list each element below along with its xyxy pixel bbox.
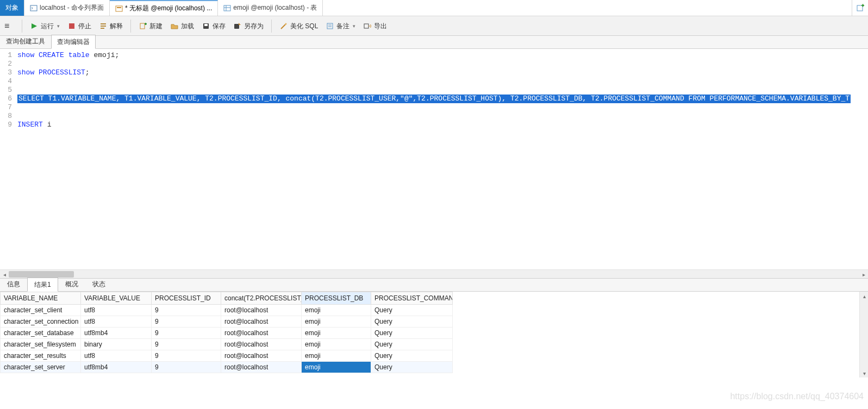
new-button[interactable]: 新建 (135, 20, 166, 33)
beautify-label: 美化 SQL (290, 22, 318, 31)
code-line[interactable]: show CREATE table emoji; (17, 51, 868, 60)
table-cell[interactable]: character_set_server (1, 362, 81, 373)
table-cell[interactable]: emoji (302, 328, 371, 339)
table-cell[interactable]: emoji (302, 339, 371, 350)
export-button[interactable]: 导出 (360, 20, 390, 33)
table-row[interactable]: character_set_connectionutf89root@localh… (1, 316, 453, 328)
menu-button[interactable]: ≡ (2, 21, 17, 31)
table-row[interactable]: character_set_databaseutf8mb49root@local… (1, 328, 453, 339)
code-line[interactable]: SELECT T1.VARIABLE_NAME, T1.VARIABLE_VAL… (17, 95, 868, 103)
column-header[interactable]: PROCESSLIST_DB (302, 292, 371, 305)
beautify-button[interactable]: 美化 SQL (276, 20, 321, 33)
table-cell[interactable]: character_set_client (1, 305, 81, 316)
save-as-button[interactable]: 另存为 (230, 20, 267, 33)
result-tab-status[interactable]: 状态 (85, 277, 113, 291)
code-line[interactable] (17, 103, 868, 112)
table-cell[interactable]: utf8mb4 (81, 362, 152, 373)
column-header[interactable]: PROCESSLIST_COMMAND (371, 292, 453, 305)
scroll-right-arrow-icon[interactable]: ▸ (859, 270, 868, 279)
result-table[interactable]: VARIABLE_NAMEVARIABLE_VALUEPROCESSLIST_I… (0, 292, 453, 373)
table-cell[interactable]: binary (81, 339, 152, 350)
code-line[interactable]: show PROCESSLIST; (17, 68, 868, 77)
code-line[interactable] (17, 86, 868, 95)
notes-button[interactable]: 备注 ▾ (322, 20, 359, 33)
query-icon (115, 5, 123, 12)
column-header[interactable]: VARIABLE_NAME (1, 292, 81, 305)
table-cell[interactable]: emoji (302, 305, 371, 316)
column-header[interactable]: concat(T2.PROCESSLIST_U (221, 292, 302, 305)
tabstrip-spacer (323, 0, 852, 16)
column-header[interactable]: PROCESSLIST_ID (152, 292, 221, 305)
table-cell[interactable]: Query (371, 316, 453, 328)
table-cell[interactable]: character_set_connection (1, 316, 81, 328)
window-tab-strip: 对象 localhost - 命令列界面 * 无标题 @emoji (local… (0, 0, 868, 16)
table-cell[interactable]: emoji (302, 316, 371, 328)
editor-horizontal-scrollbar[interactable]: ◂ ▸ (0, 269, 868, 278)
table-cell[interactable]: character_set_filesystem (1, 339, 81, 350)
table-cell[interactable]: 9 (152, 328, 221, 339)
folder-open-icon (170, 22, 179, 30)
result-tab-result1[interactable]: 结果1 (27, 278, 58, 292)
load-label: 加载 (181, 22, 194, 31)
table-cell[interactable]: root@localhost (221, 339, 302, 350)
stop-button[interactable]: 停止 (64, 20, 95, 33)
result-tab-profile[interactable]: 概况 (58, 277, 85, 291)
table-cell[interactable]: 9 (152, 305, 221, 316)
result-grid[interactable]: VARIABLE_NAMEVARIABLE_VALUEPROCESSLIST_I… (0, 291, 859, 377)
save-button[interactable]: 保存 (198, 20, 229, 33)
table-row[interactable]: character_set_serverutf8mb49root@localho… (1, 362, 453, 373)
tabstrip-add-icon[interactable] (852, 0, 868, 16)
scroll-down-arrow-icon[interactable]: ▾ (860, 369, 868, 377)
run-button[interactable]: 运行 ▾ (27, 20, 63, 33)
scroll-up-arrow-icon[interactable]: ▴ (860, 292, 868, 300)
code-line[interactable] (17, 77, 868, 86)
scroll-left-arrow-icon[interactable]: ◂ (0, 270, 9, 279)
table-cell[interactable]: Query (371, 328, 453, 339)
table-cell[interactable]: Query (371, 362, 453, 373)
explain-button[interactable]: 解释 (96, 20, 126, 33)
result-tab-info[interactable]: 信息 (0, 277, 27, 291)
table-row[interactable]: character_set_filesystembinary9root@loca… (1, 339, 453, 350)
code-line[interactable]: INSERT i (17, 121, 868, 129)
load-button[interactable]: 加载 (167, 20, 197, 33)
table-cell[interactable]: utf8 (81, 305, 152, 316)
scroll-thumb[interactable] (9, 271, 74, 278)
save-as-icon (233, 22, 242, 30)
table-cell[interactable]: 9 (152, 362, 221, 373)
table-cell[interactable]: 9 (152, 350, 221, 362)
table-row[interactable]: character_set_clientutf89root@localhoste… (1, 305, 453, 316)
subtab-query-builder[interactable]: 查询创建工具 (0, 34, 51, 48)
table-cell[interactable]: root@localhost (221, 350, 302, 362)
column-header[interactable]: VARIABLE_VALUE (81, 292, 152, 305)
table-cell[interactable]: character_set_results (1, 350, 81, 362)
table-cell[interactable]: 9 (152, 339, 221, 350)
table-row[interactable]: character_set_resultsutf89root@localhost… (1, 350, 453, 362)
subtab-query-editor[interactable]: 查询编辑器 (51, 35, 96, 49)
svg-rect-0 (30, 5, 37, 11)
sql-editor[interactable]: 123456789 show CREATE table emoji;show P… (0, 49, 868, 269)
tab-query[interactable]: * 无标题 @emoji (localhost) ... (110, 0, 218, 16)
table-cell[interactable]: root@localhost (221, 362, 302, 373)
table-cell[interactable]: utf8 (81, 316, 152, 328)
table-cell[interactable]: utf8 (81, 350, 152, 362)
table-cell[interactable]: Query (371, 350, 453, 362)
tab-objects[interactable]: 对象 (0, 0, 24, 16)
table-cell[interactable]: utf8mb4 (81, 328, 152, 339)
table-cell[interactable]: root@localhost (221, 305, 302, 316)
result-vertical-scrollbar[interactable]: ▴ ▾ (859, 291, 868, 377)
table-cell[interactable]: emoji (302, 362, 371, 373)
table-cell[interactable]: 9 (152, 316, 221, 328)
editor-gutter: 123456789 (0, 49, 15, 269)
save-label: 保存 (213, 22, 226, 31)
code-line[interactable] (17, 112, 868, 121)
tab-cmdline[interactable]: localhost - 命令列界面 (24, 0, 110, 16)
editor-code-area[interactable]: show CREATE table emoji;show PROCESSLIST… (15, 49, 868, 269)
table-cell[interactable]: character_set_database (1, 328, 81, 339)
table-cell[interactable]: Query (371, 339, 453, 350)
table-cell[interactable]: root@localhost (221, 328, 302, 339)
tab-table[interactable]: emoji @emoji (localhost) - 表 (218, 0, 323, 16)
table-cell[interactable]: root@localhost (221, 316, 302, 328)
table-cell[interactable]: emoji (302, 350, 371, 362)
table-cell[interactable]: Query (371, 305, 453, 316)
code-line[interactable] (17, 60, 868, 68)
